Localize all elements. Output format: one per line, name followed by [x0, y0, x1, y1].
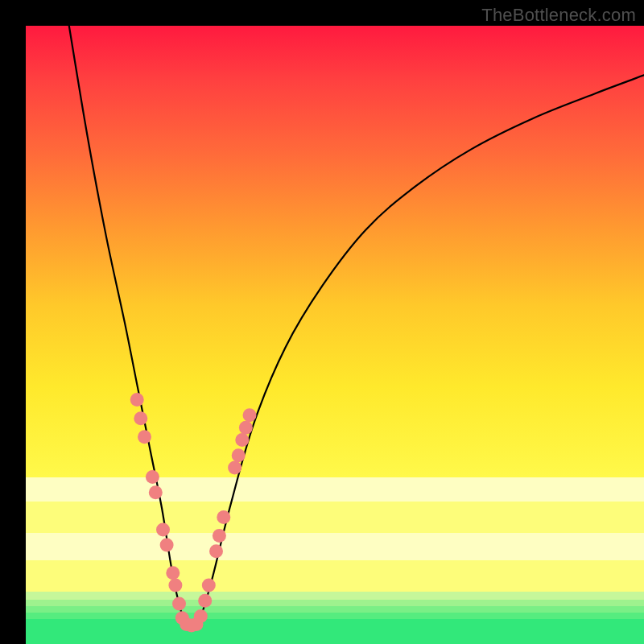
bead-marker [243, 408, 257, 422]
watermark-text: TheBottleneck.com [481, 5, 636, 26]
bead-marker [172, 597, 186, 611]
bead-marker [239, 421, 253, 435]
bead-marker [194, 609, 208, 623]
bead-marker [198, 594, 212, 608]
bead-marker [228, 461, 242, 475]
bead-marker [134, 411, 147, 425]
bead-marker [168, 579, 182, 592]
bead-marker [213, 529, 226, 543]
bead-marker [138, 430, 151, 444]
bead-marker [235, 433, 249, 447]
bead-marker [217, 510, 230, 524]
bead-marker [232, 448, 246, 462]
bead-marker [130, 393, 144, 407]
bead-marker [156, 522, 170, 536]
chart-frame: { "watermark": "TheBottleneck.com", "col… [0, 0, 644, 644]
bead-marker [146, 470, 159, 484]
bottleneck-curve [69, 26, 644, 629]
bead-marker [166, 566, 180, 580]
bead-marker [202, 579, 216, 592]
plot-area [26, 26, 644, 644]
curve-layer [26, 26, 644, 644]
bead-marker [160, 539, 174, 552]
bead-marker [149, 485, 163, 499]
bead-marker [209, 544, 223, 558]
beads-group [130, 393, 257, 632]
